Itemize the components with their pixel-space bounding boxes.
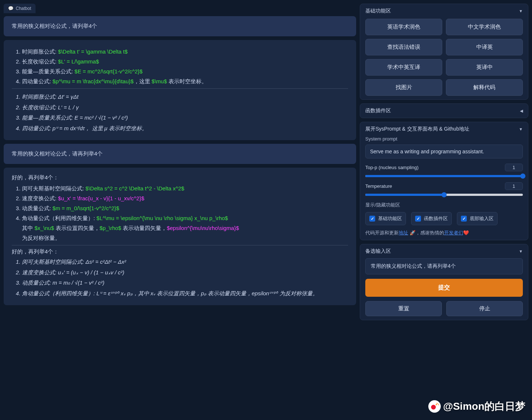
toggle-section-label: 显示/隐藏功能区	[365, 202, 523, 208]
chevron-left-icon: ◀	[520, 109, 523, 113]
plugins-panel: 函数插件区◀	[360, 103, 528, 118]
contrib-link[interactable]: 开发者们	[444, 230, 463, 235]
basic-btn-6[interactable]: 找图片	[365, 79, 442, 96]
temp-slider: Temperature1	[365, 182, 523, 196]
tab-label: Chatbot	[16, 6, 31, 11]
basic-panel-head[interactable]: 基础功能区▼	[365, 8, 523, 14]
chevron-down-icon: ▼	[519, 9, 523, 13]
toggle-2[interactable]: ✓底部输入区	[457, 212, 498, 225]
basic-btn-1[interactable]: 中文学术润色	[446, 19, 523, 35]
checkbox-icon: ✓	[369, 216, 375, 222]
toggle-1[interactable]: ✓函数插件区	[411, 212, 452, 225]
chevron-down-icon: ▼	[519, 249, 523, 253]
reset-button[interactable]: 重置	[365, 301, 442, 316]
assistant-message-2: 好的，再列举4个： 闵可夫斯基时空间隔公式: $\Delta s^2 = c^2…	[4, 168, 356, 305]
user-message-1: 常用的狭义相对论公式，请列举4个	[4, 16, 356, 36]
chevron-down-icon: ▼	[519, 127, 523, 131]
alt-input-panel: 备选输入区▼ 常用的狭义相对论公式，请再列举4个 提交 重置 停止	[360, 244, 528, 320]
sysprompt-label: System prompt	[365, 136, 523, 142]
temp-value[interactable]: 1	[505, 182, 523, 190]
repo-link[interactable]: 地址	[399, 230, 408, 235]
plugins-panel-head[interactable]: 函数插件区◀	[365, 107, 523, 114]
watermark: @Simon的白日梦	[428, 399, 525, 413]
sysprompt-input[interactable]: Serve me as a writing and programming as…	[365, 145, 523, 158]
basic-btn-5[interactable]: 英译中	[446, 59, 523, 76]
advanced-panel-head[interactable]: 展开SysPrompt & 交互界面布局 & Github地址▼	[365, 126, 523, 132]
basic-panel: 基础功能区▼ 英语学术润色中文学术润色查找语法错误中译英学术中英互译英译中找图片…	[360, 4, 528, 100]
weibo-icon	[428, 400, 441, 413]
checkbox-icon: ✓	[415, 216, 421, 222]
alt-input-field[interactable]: 常用的狭义相对论公式，请再列举4个	[365, 258, 523, 274]
basic-btn-0[interactable]: 英语学术润色	[365, 19, 442, 35]
advanced-panel: 展开SysPrompt & 交互界面布局 & Github地址▼ System …	[360, 122, 528, 240]
svg-point-0	[431, 405, 436, 410]
basic-btn-4[interactable]: 学术中英互译	[365, 59, 442, 76]
topp-track[interactable]	[365, 175, 523, 177]
chatbot-tab[interactable]: 💬Chatbot	[4, 4, 36, 13]
message-icon: 💬	[8, 6, 14, 11]
basic-btn-2[interactable]: 查找语法错误	[365, 39, 442, 55]
assistant-message-1: 时间膨胀公式: $\Delta t' = \gamma \Delta t$ 长度…	[4, 40, 356, 140]
basic-btn-7[interactable]: 解释代码	[446, 79, 523, 96]
temp-track[interactable]	[365, 194, 523, 196]
checkbox-icon: ✓	[461, 216, 467, 222]
topp-label: Top-p (nucleus sampling)	[365, 165, 418, 170]
topp-value[interactable]: 1	[505, 164, 523, 171]
user-message-2: 常用的狭义相对论公式，请再列举4个	[4, 144, 356, 164]
basic-btn-3[interactable]: 中译英	[446, 39, 523, 55]
alt-input-head[interactable]: 备选输入区▼	[365, 248, 523, 255]
credit-text: 代码开源和更新地址 🚀，感谢热情的开发者们❤️	[365, 230, 523, 236]
submit-button[interactable]: 提交	[365, 279, 523, 297]
svg-point-1	[436, 404, 437, 405]
toggle-0[interactable]: ✓基础功能区	[365, 212, 406, 225]
topp-slider: Top-p (nucleus sampling)1	[365, 164, 523, 177]
temp-label: Temperature	[365, 183, 392, 189]
stop-button[interactable]: 停止	[446, 301, 523, 316]
